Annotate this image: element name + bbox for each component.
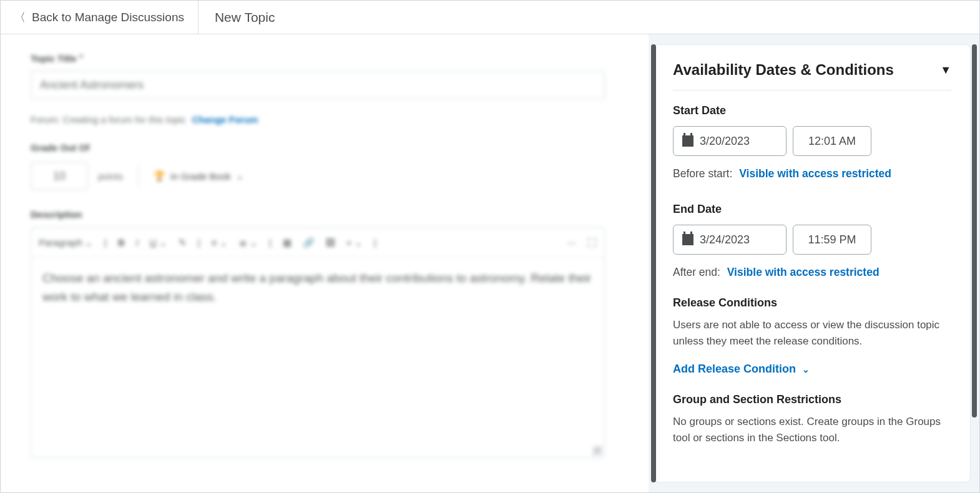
end-date-value: 3/24/2023 xyxy=(700,233,750,246)
overflow-button[interactable]: ⋯ xyxy=(567,237,576,248)
chevron-left-icon: 〈 xyxy=(14,12,26,23)
group-restrictions-desc: No groups or sections exist. Create grou… xyxy=(673,414,951,446)
calendar-icon xyxy=(682,234,693,245)
resize-grip-icon[interactable] xyxy=(593,446,602,455)
release-conditions-desc: Users are not able to access or view the… xyxy=(673,317,951,349)
release-conditions-heading: Release Conditions xyxy=(673,296,951,310)
start-date-value: 3/20/2023 xyxy=(700,135,750,148)
scrollbar[interactable] xyxy=(972,44,977,417)
chevron-down-icon: ⌄ xyxy=(802,364,810,374)
editor-toolbar: Paragraph ⌄ | B I U ⌄ ✎ | ≡ ⌄ ≣ ⌄ | ▦ 🔗 xyxy=(31,228,604,258)
insert-link-button[interactable]: 🔗 xyxy=(303,237,315,248)
description-label: Description xyxy=(31,209,619,220)
start-date-input[interactable]: 3/20/2023 xyxy=(673,126,786,156)
grade-value-input[interactable] xyxy=(31,162,88,190)
end-date-label: End Date xyxy=(673,203,951,216)
start-time-input[interactable]: 12:01 AM xyxy=(793,126,871,156)
topic-title-label-row: Topic Title * xyxy=(31,53,619,64)
end-time-value: 11:59 PM xyxy=(808,233,856,246)
scrollbar[interactable] xyxy=(651,44,656,482)
grade-row: points 🏆 In Grade Book ⌄ xyxy=(31,162,619,190)
divider xyxy=(673,90,951,90)
underline-button[interactable]: U ⌄ xyxy=(150,237,167,248)
forum-status: Creating a forum for this topic xyxy=(63,114,186,125)
chevron-down-icon: ⌄ xyxy=(236,170,244,182)
paragraph-style-dropdown[interactable]: Paragraph ⌄ xyxy=(39,237,93,248)
end-time-input[interactable]: 11:59 PM xyxy=(793,225,871,255)
end-date-row: 3/24/2023 11:59 PM xyxy=(673,225,951,255)
panel-heading-toggle[interactable]: Availability Dates & Conditions ▼ xyxy=(673,61,951,79)
chevron-down-icon: ⌄ xyxy=(85,237,93,248)
topic-title-input[interactable] xyxy=(31,71,605,99)
after-end-prefix: After end: xyxy=(673,266,720,278)
grade-points-label: points xyxy=(98,171,123,182)
before-start-link[interactable]: Visible with access restricted xyxy=(739,167,891,180)
before-start-prefix: Before start: xyxy=(673,167,732,180)
trophy-icon: 🏆 xyxy=(154,170,165,182)
rich-text-editor: Paragraph ⌄ | B I U ⌄ ✎ | ≡ ⌄ ≣ ⌄ | ▦ 🔗 xyxy=(31,227,605,458)
add-release-condition-label: Add Release Condition xyxy=(673,363,796,376)
in-gradebook-label: In Grade Book xyxy=(170,171,231,182)
end-date-input[interactable]: 3/24/2023 xyxy=(673,225,786,255)
forum-line: Forum: Creating a forum for this topic C… xyxy=(31,114,619,125)
app-window: 〈 Back to Manage Discussions New Topic T… xyxy=(0,0,980,493)
group-restrictions-heading: Group and Section Restrictions xyxy=(673,393,951,406)
in-gradebook-dropdown[interactable]: 🏆 In Grade Book ⌄ xyxy=(154,170,244,182)
color-button[interactable]: ✎ xyxy=(179,237,187,248)
align-button[interactable]: ≡ ⌄ xyxy=(212,237,228,248)
topic-title-label: Topic Title xyxy=(31,53,77,64)
list-button[interactable]: ≣ ⌄ xyxy=(239,237,258,248)
page-title: New Topic xyxy=(198,1,292,34)
panel-heading-label: Availability Dates & Conditions xyxy=(673,61,894,79)
after-end-link[interactable]: Visible with access restricted xyxy=(727,266,880,278)
required-star: * xyxy=(79,53,83,64)
caret-down-icon: ▼ xyxy=(940,64,951,77)
back-label: Back to Manage Discussions xyxy=(32,11,184,24)
body: Topic Title * Forum: Creating a forum fo… xyxy=(1,34,979,492)
topbar: 〈 Back to Manage Discussions New Topic xyxy=(1,1,979,34)
start-date-label: Start Date xyxy=(673,104,951,117)
add-release-condition-dropdown[interactable]: Add Release Condition ⌄ xyxy=(673,363,810,376)
more-button[interactable]: + ⌄ xyxy=(346,237,363,248)
forum-prefix: Forum: xyxy=(31,114,61,125)
after-end-line: After end: Visible with access restricte… xyxy=(673,266,951,279)
insert-stuff-button[interactable]: ▦ xyxy=(283,237,292,248)
italic-button[interactable]: I xyxy=(136,237,139,248)
start-date-row: 3/20/2023 12:01 AM xyxy=(673,126,951,156)
editor-content: Choose an ancient astronomer and write a… xyxy=(42,271,591,303)
back-button[interactable]: 〈 Back to Manage Discussions xyxy=(1,1,198,34)
insert-image-button[interactable]: 🖼 xyxy=(326,237,335,248)
calendar-icon xyxy=(682,135,693,147)
main-column: Topic Title * Forum: Creating a forum fo… xyxy=(1,34,649,492)
availability-panel: Availability Dates & Conditions ▼ Start … xyxy=(654,44,971,482)
before-start-line: Before start: Visible with access restri… xyxy=(673,167,951,180)
main-inner-blurred: Topic Title * Forum: Creating a forum fo… xyxy=(31,53,619,458)
side-column: Availability Dates & Conditions ▼ Start … xyxy=(649,34,979,492)
start-time-value: 12:01 AM xyxy=(808,135,856,148)
grade-out-of-label: Grade Out Of xyxy=(31,142,619,153)
bold-button[interactable]: B xyxy=(118,237,125,248)
change-forum-link[interactable]: Change Forum xyxy=(192,114,258,125)
editor-body[interactable]: Choose an ancient astronomer and write a… xyxy=(31,258,604,457)
fullscreen-button[interactable]: ⛶ xyxy=(587,237,597,248)
divider xyxy=(138,165,139,187)
